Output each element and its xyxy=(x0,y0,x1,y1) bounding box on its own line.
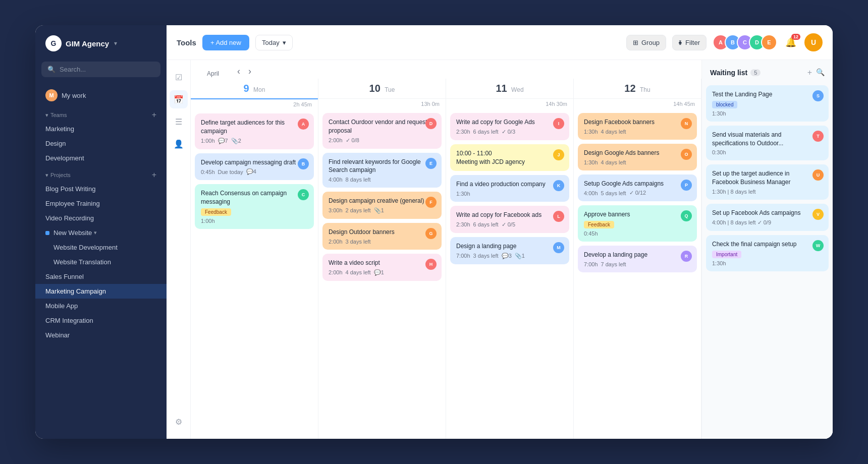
card-write-fb-ads[interactable]: L Write ad copy for Facebook ads 2:30h6 … xyxy=(450,206,569,233)
card-design-fb-banners[interactable]: N Design Facebook banners 1:30h4 days le… xyxy=(578,113,697,140)
sidebar-item-video-recording[interactable]: Video Recording xyxy=(35,211,167,225)
card-setup-google-ads[interactable]: P Setup Google Ads campaigns 4:00h5 days… xyxy=(578,175,697,202)
group-button[interactable]: ⊞ Group xyxy=(626,35,666,50)
card-avatar: F xyxy=(425,197,437,208)
sidebar-item-webinar[interactable]: Webinar xyxy=(35,328,167,342)
agency-name: GIM Agency xyxy=(66,39,109,48)
sidebar-item-new-website[interactable]: New Website xyxy=(35,225,167,240)
add-new-button[interactable]: + Add new xyxy=(202,35,249,50)
person-view-icon[interactable]: 👤 xyxy=(170,135,188,153)
day-cards-11: I Write ad copy for Google Ads 2:30h6 da… xyxy=(446,109,573,439)
sidebar-item-website-development[interactable]: Website Development xyxy=(35,240,167,255)
card-develop-messaging[interactable]: B Develop campaign messaging draft 0:45h… xyxy=(195,153,314,181)
my-work-item[interactable]: M My work xyxy=(35,85,167,105)
user-avatar-top[interactable]: U xyxy=(804,33,823,51)
sidebar-item-design[interactable]: Design xyxy=(35,136,167,151)
waiting-list-add-button[interactable]: + xyxy=(807,68,812,77)
card-contact-vendor[interactable]: D Contact Ourdoor vendor and request a p… xyxy=(322,113,442,149)
card-write-google-ads[interactable]: I Write ad copy for Google Ads 2:30h6 da… xyxy=(450,113,569,140)
notifications-button[interactable]: 🔔 12 xyxy=(785,37,796,48)
day-cards-10: D Contact Ourdoor vendor and request a p… xyxy=(318,109,446,439)
avatar-stack: A B C D E xyxy=(713,34,777,50)
day-cards-9: A Define target audiences for this campa… xyxy=(191,109,318,439)
card-meeting-jcd[interactable]: J 10:00 - 11:00 Meeting with JCD agency xyxy=(450,144,569,171)
today-caret-icon xyxy=(283,39,286,46)
waiting-list-panel: Waiting list 5 + 🔍 S Test the Landing Pa… xyxy=(701,60,833,439)
wl-card-send-visual[interactable]: T Send visual materials and specificatio… xyxy=(706,126,829,161)
day-total-11: 14h 30m xyxy=(446,99,573,109)
card-design-google-banners[interactable]: O Design Google Ads banners 1:30h4 days … xyxy=(578,144,697,170)
list-view-icon[interactable]: ☰ xyxy=(170,112,188,131)
card-find-keywords[interactable]: E Find relevant keywords for Google Sear… xyxy=(322,153,442,188)
card-avatar: M xyxy=(553,242,564,253)
toolbar: Tools + Add new Today ⊞ Group ⧳ Filter A xyxy=(167,25,833,60)
day-header-11: 11 Wed xyxy=(446,79,573,99)
teams-toggle[interactable]: Teams xyxy=(45,112,67,119)
page-title: Tools xyxy=(177,38,196,47)
wl-card-avatar: S xyxy=(812,90,824,101)
calendar-main: April ‹ › 9 Mon 2h 45m xyxy=(191,60,701,439)
projects-chevron-icon xyxy=(45,172,48,179)
card-reach-consensus[interactable]: C Reach Consensus on campaign messaging … xyxy=(195,184,314,229)
sidebar-item-development[interactable]: Development xyxy=(35,151,167,165)
check-view-icon[interactable]: ☑ xyxy=(170,68,188,86)
sidebar-item-sales-funnel[interactable]: Sales Funnel xyxy=(35,269,167,284)
filter-button[interactable]: ⧳ Filter xyxy=(672,35,707,50)
today-button[interactable]: Today xyxy=(255,35,293,50)
projects-toggle[interactable]: Projects xyxy=(45,172,71,179)
waiting-list-title: Waiting list xyxy=(710,69,747,77)
my-work-label: My work xyxy=(62,92,86,99)
projects-add-button[interactable]: + xyxy=(152,170,156,180)
sidebar-item-crm-integration[interactable]: CRM Integration xyxy=(35,313,167,328)
teams-section-header: Teams + xyxy=(35,105,167,122)
waiting-list-cards: S Test the Landing Page blocked 1:30h T … xyxy=(702,81,833,439)
card-avatar: K xyxy=(553,180,564,191)
sidebar-item-website-translation[interactable]: Website Translation xyxy=(35,255,167,269)
waiting-list-header: Waiting list 5 + 🔍 xyxy=(702,60,833,81)
sidebar-item-marketing[interactable]: Marketing xyxy=(35,122,167,136)
card-avatar: N xyxy=(681,118,692,129)
day-col-10: 10 Tue 13h 0m D Contact Ourdoor vendor a… xyxy=(318,79,446,439)
card-avatar: R xyxy=(681,251,692,262)
day-col-12: 12 Thu 14h 45m N Design Facebook banners… xyxy=(574,79,701,439)
card-design-outdoor[interactable]: G Design Outdoor banners 2:00h3 days lef… xyxy=(322,223,442,250)
card-define-target[interactable]: A Define target audiences for this campa… xyxy=(195,113,314,149)
wl-card-set-target-audience[interactable]: U Set up the target audience in Facebook… xyxy=(706,164,829,200)
wl-card-avatar: W xyxy=(812,240,824,251)
wl-card-check-campaign[interactable]: W Check the final campaign setup Importa… xyxy=(706,235,829,271)
wl-card-avatar: V xyxy=(812,209,824,220)
teams-add-button[interactable]: + xyxy=(152,110,156,120)
search-box[interactable]: 🔍 Search... xyxy=(41,62,160,77)
wl-card-setup-fb-ads[interactable]: V Set up Facebook Ads campaigns 4:00h | … xyxy=(706,204,829,231)
sidebar-item-marketing-campaign[interactable]: Marketing Campaign xyxy=(35,284,167,299)
important-tag: Important xyxy=(712,251,741,258)
card-develop-landing[interactable]: R Develop a landing page 7:00h7 days lef… xyxy=(578,246,697,272)
sidebar-item-mobile-app[interactable]: Mobile App xyxy=(35,299,167,313)
settings-icon[interactable]: ⚙ xyxy=(170,413,188,431)
wl-card-avatar: T xyxy=(812,131,824,142)
card-avatar: H xyxy=(425,259,437,270)
feedback-tag: Feedback xyxy=(201,208,231,216)
sidebar-logo[interactable]: G GIM Agency xyxy=(35,35,167,62)
card-find-video-company[interactable]: K Find a video production company 1:30h xyxy=(450,175,569,202)
prev-week-button[interactable]: ‹ xyxy=(233,64,244,79)
card-avatar: P xyxy=(681,180,692,191)
sidebar-item-employee-training[interactable]: Employee Training xyxy=(35,196,167,211)
card-avatar: E xyxy=(425,158,437,169)
day-total-9: 2h 45m xyxy=(191,99,318,109)
wl-card-test-landing[interactable]: S Test the Landing Page blocked 1:30h xyxy=(706,85,829,122)
sidebar: G GIM Agency 🔍 Search... M My work Teams… xyxy=(35,25,167,439)
day-cards-12: N Design Facebook banners 1:30h4 days le… xyxy=(574,109,701,439)
sidebar-item-blog-post-writing[interactable]: Blog Post Writing xyxy=(35,182,167,196)
card-design-landing-page[interactable]: M Design a landing page 7:00h3 days left… xyxy=(450,237,569,264)
card-avatar: D xyxy=(425,118,437,129)
calendar-view-icon[interactable]: 📅 xyxy=(170,90,188,108)
day-col-9: 9 Mon 2h 45m A Define target audiences f… xyxy=(191,79,318,439)
blocked-tag: blocked xyxy=(712,101,737,108)
next-week-button[interactable]: › xyxy=(244,64,255,79)
avatar-5: E xyxy=(761,34,777,50)
waiting-list-search-button[interactable]: 🔍 xyxy=(816,68,825,77)
card-design-creative[interactable]: F Design campaign creative (general) 3:0… xyxy=(322,192,442,219)
card-approve-banners[interactable]: Q Approve banners Feedback 0:45h xyxy=(578,205,697,242)
card-write-video-script[interactable]: H Write a video script 2:00h4 days left💬… xyxy=(322,254,442,281)
